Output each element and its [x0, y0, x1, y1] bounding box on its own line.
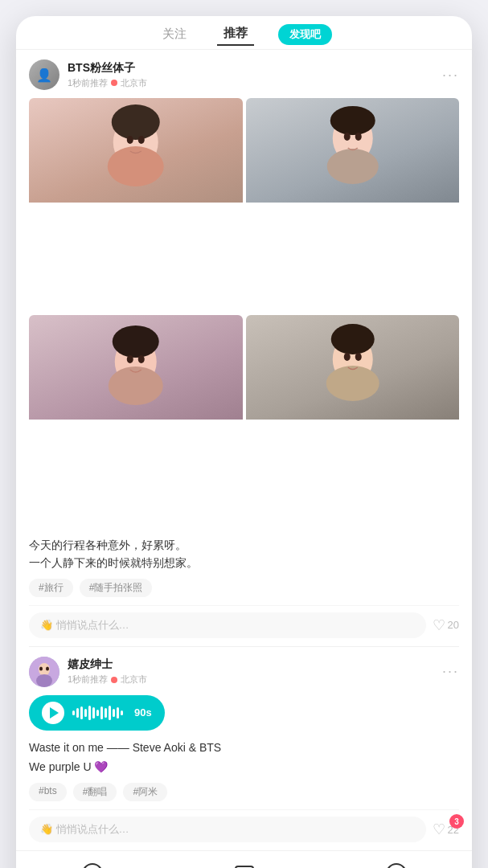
post-1-like-area[interactable]: ♡ 20: [433, 616, 459, 634]
post-2-username: 嬉皮绅士: [68, 657, 442, 672]
tab-tuijian[interactable]: 推荐: [217, 23, 254, 46]
post-2-comment-input[interactable]: 👋 悄悄说点什么…: [29, 817, 426, 842]
post-2-comment-bar: 👋 悄悄说点什么… ♡ 3 22: [29, 809, 459, 850]
svg-point-13: [127, 355, 133, 363]
svg-point-6: [326, 149, 378, 184]
svg-point-25: [83, 864, 102, 868]
nav-emoji-button[interactable]: [382, 859, 411, 868]
svg-point-17: [330, 324, 374, 354]
purple-heart-icon: 💜: [92, 760, 109, 773]
svg-point-4: [138, 136, 145, 144]
phone-card: 关注 推荐 发现吧 👤 BTS粉丝体子 1秒前推荐 北京市 ···: [16, 16, 472, 868]
svg-point-18: [343, 353, 350, 361]
post-1-time: 1秒前推荐 北京市: [68, 77, 442, 89]
svg-point-9: [355, 133, 361, 141]
post-1-more-button[interactable]: ···: [442, 67, 459, 84]
svg-point-3: [127, 136, 133, 144]
svg-point-23: [39, 666, 43, 670]
post-2-tags: #bts #翻唱 #阿米: [29, 783, 459, 801]
post-1-comment-input[interactable]: 👋 悄悄说点什么…: [29, 612, 426, 638]
post-2-text: Waste it on me —— Steve Aoki & BTS We pu…: [29, 739, 459, 777]
audio-player[interactable]: 90s: [29, 695, 165, 731]
bottom-nav: [16, 850, 472, 868]
post-1-header: 👤 BTS粉丝体子 1秒前推荐 北京市 ···: [29, 59, 459, 90]
post-1-username: BTS粉丝体子: [68, 61, 442, 76]
post-1-image-1: [29, 98, 243, 312]
avatar-placeholder: 👤: [29, 59, 59, 90]
svg-point-8: [343, 133, 350, 141]
post-2-like-area[interactable]: ♡ 3 22: [433, 821, 459, 838]
like-badge: 3: [449, 814, 464, 829]
svg-point-1: [108, 146, 164, 186]
post-1-meta: BTS粉丝体子 1秒前推荐 北京市: [68, 61, 442, 89]
post-2-time: 1秒前推荐 北京市: [68, 674, 442, 686]
post-1-tags: #旅行 #随手拍张照: [29, 579, 459, 597]
tab-discover[interactable]: 发现吧: [278, 24, 332, 45]
svg-point-24: [46, 666, 49, 670]
post-2-more-button[interactable]: ···: [442, 663, 459, 680]
post-1: 👤 BTS粉丝体子 1秒前推荐 北京市 ···: [16, 50, 472, 646]
post-1-text: 今天的行程各种意外，好累呀。 一个人静下来的时候就特别想家。: [29, 536, 459, 572]
post-2: 嬉皮绅士 1秒前推荐 北京市 ···: [16, 647, 472, 851]
svg-point-14: [138, 355, 145, 363]
svg-point-2: [112, 104, 160, 140]
tag-photo[interactable]: #随手拍张照: [80, 579, 153, 597]
post-1-images: [29, 98, 459, 528]
tab-bar: 关注 推荐 发现吧: [16, 16, 472, 50]
svg-point-22: [36, 674, 52, 687]
post-2-avatar: [29, 657, 59, 687]
audio-duration: 90s: [134, 706, 152, 719]
heart-icon: ♡: [433, 616, 445, 634]
nav-message-button[interactable]: [230, 859, 259, 868]
post-1-like-count: 20: [448, 619, 459, 631]
svg-point-29: [387, 864, 406, 868]
post-2-meta: 嬉皮绅士 1秒前推荐 北京市: [68, 657, 442, 686]
nav-discover-button[interactable]: [78, 859, 107, 868]
svg-point-16: [326, 366, 379, 401]
post-1-avatar: 👤: [29, 59, 59, 90]
tag-travel[interactable]: #旅行: [29, 579, 73, 597]
tag-army[interactable]: #阿米: [123, 783, 167, 801]
location-dot-2-icon: [111, 677, 117, 683]
location-dot-icon: [111, 80, 117, 86]
post-1-comment-bar: 👋 悄悄说点什么… ♡ 20: [29, 605, 459, 646]
svg-point-7: [330, 106, 375, 135]
tag-bts[interactable]: #bts: [29, 783, 67, 801]
post-1-image-4: [246, 315, 460, 529]
play-triangle-icon: [50, 707, 59, 719]
post-1-image-2: [246, 98, 460, 312]
heart-icon-2: ♡: [433, 821, 445, 838]
svg-point-19: [355, 353, 361, 361]
waveform: [72, 705, 123, 721]
post-2-header: 嬉皮绅士 1秒前推荐 北京市 ···: [29, 657, 459, 687]
avatar-placeholder-2: [29, 657, 59, 687]
tag-cover[interactable]: #翻唱: [73, 783, 117, 801]
play-button[interactable]: [42, 702, 64, 724]
svg-point-12: [113, 326, 159, 358]
tab-guanzhu[interactable]: 关注: [156, 23, 193, 45]
post-1-image-3: [29, 315, 243, 529]
